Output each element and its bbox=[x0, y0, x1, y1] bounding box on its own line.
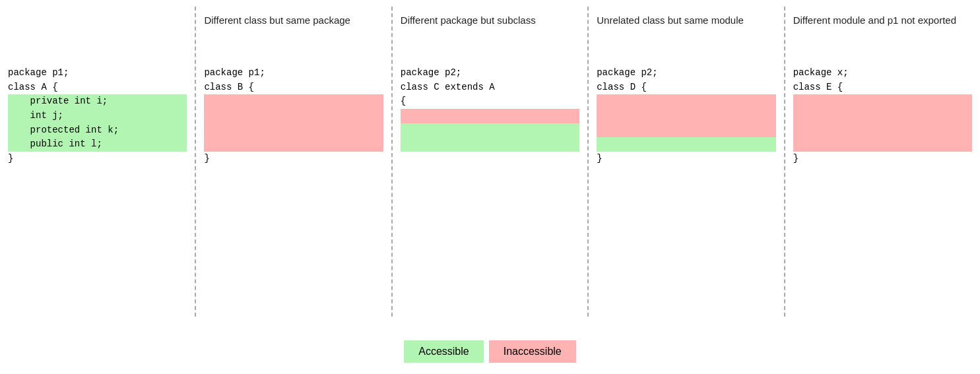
code-line bbox=[793, 137, 972, 152]
code-line: class D { bbox=[597, 80, 775, 95]
code-line: private int i; bbox=[8, 94, 187, 109]
code-line: class B { bbox=[204, 80, 383, 95]
code-line: int j; bbox=[8, 109, 187, 123]
col-d-header: Unrelated class but same module bbox=[597, 13, 775, 59]
code-line bbox=[204, 109, 383, 123]
col-a: package p1;class A { private int i; int … bbox=[0, 7, 196, 317]
code-line bbox=[204, 94, 383, 109]
code-line bbox=[793, 94, 972, 109]
col-b-code: package p1;class B { } bbox=[204, 66, 383, 166]
col-e-code: package x;class E { } bbox=[793, 66, 972, 166]
code-line bbox=[401, 152, 579, 166]
code-line bbox=[597, 123, 775, 138]
code-line: package x; bbox=[793, 66, 972, 80]
col-e-header: Different module and p1 not exported bbox=[793, 13, 972, 59]
legend-inaccessible: Inaccessible bbox=[489, 340, 576, 363]
legend-container: Accessible Inaccessible bbox=[0, 317, 980, 374]
col-e: Different module and p1 not exportedpack… bbox=[785, 7, 980, 317]
code-line: } bbox=[8, 152, 187, 166]
code-line bbox=[401, 123, 579, 138]
legend-accessible: Accessible bbox=[404, 340, 483, 363]
col-d: Unrelated class but same modulepackage p… bbox=[589, 7, 785, 317]
col-a-header bbox=[8, 13, 187, 59]
code-line: } bbox=[597, 152, 775, 166]
code-line: package p2; bbox=[597, 66, 775, 80]
code-line: package p1; bbox=[8, 66, 187, 80]
code-line: protected int k; bbox=[8, 123, 187, 138]
col-a-code: package p1;class A { private int i; int … bbox=[8, 66, 187, 166]
col-c-header: Different package but subclass bbox=[401, 13, 579, 59]
code-line bbox=[401, 109, 579, 123]
code-line bbox=[401, 137, 579, 152]
code-line bbox=[793, 123, 972, 138]
code-line: package p2; bbox=[401, 66, 579, 80]
inaccessible-label: Inaccessible bbox=[504, 346, 562, 358]
code-line: { bbox=[401, 94, 579, 109]
code-line: class E { bbox=[793, 80, 972, 95]
code-line bbox=[597, 109, 775, 123]
col-b: Different class but same packagepackage … bbox=[196, 7, 392, 317]
code-line: package p1; bbox=[204, 66, 383, 80]
accessible-label: Accessible bbox=[418, 346, 469, 358]
code-line: class A { bbox=[8, 80, 187, 95]
code-line bbox=[793, 109, 972, 123]
code-line bbox=[597, 94, 775, 109]
col-c: Different package but subclasspackage p2… bbox=[393, 7, 589, 317]
code-line: } bbox=[204, 152, 383, 166]
code-line bbox=[204, 123, 383, 138]
code-line: public int l; bbox=[8, 137, 187, 152]
main-container: package p1;class A { private int i; int … bbox=[0, 0, 980, 317]
code-line bbox=[597, 137, 775, 152]
code-line: class C extends A bbox=[401, 80, 579, 95]
col-d-code: package p2;class D { } bbox=[597, 66, 775, 166]
code-line: } bbox=[793, 152, 972, 166]
col-b-header: Different class but same package bbox=[204, 13, 383, 59]
col-c-code: package p2;class C extends A{ bbox=[401, 66, 579, 166]
code-line bbox=[204, 137, 383, 152]
